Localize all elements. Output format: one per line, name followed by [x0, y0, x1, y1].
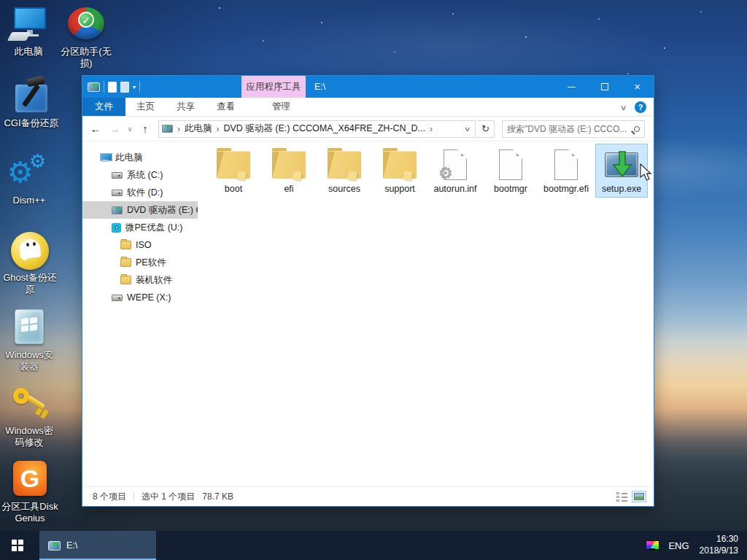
language-indicator[interactable]: ENG	[668, 540, 689, 551]
details-view-icon[interactable]	[616, 492, 627, 502]
desktop-icon-windows-installer[interactable]: Windows安装器	[3, 308, 55, 373]
file-bootmgr-efi[interactable]: bootmgr.efi	[540, 144, 592, 198]
nav-drive-u[interactable]: 微PE优盘 (U:)	[82, 219, 198, 236]
start-button[interactable]	[0, 531, 35, 560]
desktop-icon-label: Ghost备份还原	[3, 272, 57, 296]
large-icons-view-icon[interactable]	[632, 491, 646, 502]
document-icon	[499, 149, 522, 180]
history-dropdown-icon[interactable]: ∨	[125, 120, 135, 138]
new-folder-icon[interactable]	[108, 82, 117, 93]
windows-installer-icon	[11, 308, 47, 347]
gear-icon: ⚙	[438, 166, 453, 182]
file-list[interactable]: boot efi sources support ⚙ autorun.inf	[198, 141, 654, 486]
nav-this-pc[interactable]: 此电脑	[82, 149, 198, 166]
key-icon	[9, 385, 50, 423]
file-name: bootmgr	[487, 183, 535, 195]
nav-label: DVD 驱动器 (E:) CC	[127, 204, 198, 217]
setup-exe-icon	[605, 152, 638, 177]
green-arrow-icon	[613, 150, 632, 179]
clock[interactable]: 16:30 2018/9/13	[700, 534, 738, 556]
desktop-icon-label: Windows密码修改	[3, 425, 55, 449]
breadcrumb-drive[interactable]: DVD 驱动器 (E:) CCCOMA_X64FRE_ZH-CN_D...	[224, 122, 425, 135]
nav-folder-pe[interactable]: PE软件	[82, 254, 198, 271]
forward-button[interactable]: →	[106, 120, 123, 138]
search-icon	[634, 126, 640, 132]
window-title: E:\	[314, 76, 325, 98]
computer-icon	[100, 153, 111, 162]
desktop-icon-cgi-backup[interactable]: CGI备份还原	[1, 76, 61, 129]
tab-share[interactable]: 共享	[166, 98, 206, 116]
back-button[interactable]: ←	[87, 120, 104, 138]
file-name: autorun.inf	[431, 183, 479, 195]
breadcrumb-separator: ›	[175, 124, 182, 134]
file-name: boot	[209, 183, 258, 195]
title-bar[interactable]: ▾ 应用程序工具 E:\ ×	[82, 76, 654, 98]
properties-icon[interactable]	[120, 82, 129, 93]
explorer-window: ▾ 应用程序工具 E:\ × 文件 主页 共享 查看 管理 ∨ ? ← → ∨ …	[82, 75, 654, 507]
folder-icon	[120, 258, 131, 267]
search-box[interactable]	[502, 120, 645, 138]
file-sources[interactable]: sources	[318, 144, 371, 198]
nav-drive-d[interactable]: 软件 (D:)	[82, 184, 198, 201]
wallpaper-stars	[219, 7, 220, 9]
minimize-button[interactable]	[555, 76, 588, 98]
address-dropdown-icon[interactable]: ∨	[464, 125, 473, 133]
nav-folder-iso[interactable]: ISO	[82, 236, 198, 254]
desktop-icon-label: 分区助手(无损)	[60, 46, 112, 70]
file-boot[interactable]: boot	[207, 144, 260, 198]
folder-icon	[383, 151, 417, 179]
up-button[interactable]: ↑	[136, 120, 154, 138]
breadcrumb-separator: ›	[214, 124, 222, 134]
app-icon[interactable]	[88, 82, 100, 92]
desktop-icon-dism[interactable]: ⚙⚙ Dism++	[7, 156, 51, 206]
tab-home[interactable]: 主页	[125, 98, 166, 116]
document-icon	[554, 149, 578, 180]
divider	[104, 81, 104, 93]
nav-label: 装机软件	[136, 274, 172, 287]
nav-drive-x[interactable]: WEPE (X:)	[82, 289, 198, 306]
disk-icon	[112, 190, 123, 196]
close-button[interactable]: ×	[621, 76, 654, 98]
desktop-icon-ghost-backup[interactable]: Ghost备份还原	[3, 232, 57, 296]
search-input[interactable]	[507, 124, 634, 134]
setup-exe-icon	[48, 541, 61, 551]
selection-size: 78.7 KB	[202, 491, 233, 502]
folder-icon	[120, 276, 131, 284]
taskbar-item-explorer[interactable]: E:\	[39, 531, 156, 560]
expand-ribbon-icon[interactable]: ∨	[619, 104, 627, 112]
nav-drive-c[interactable]: 系统 (C:)	[82, 166, 198, 184]
qat-dropdown-icon[interactable]: ▾	[133, 84, 136, 90]
input-method-icon[interactable]	[646, 540, 658, 551]
folder-icon	[120, 241, 131, 249]
address-bar: ← → ∨ ↑ › 此电脑 › DVD 驱动器 (E:) CCCOMA_X64F…	[82, 117, 654, 141]
nav-folder-installer[interactable]: 装机软件	[82, 271, 198, 289]
desktop-icon-this-pc[interactable]: 此电脑	[4, 6, 53, 58]
mouse-cursor	[639, 163, 654, 182]
taskbar: E:\ ENG 16:30 2018/9/13	[0, 531, 747, 560]
desktop-icon-windows-password[interactable]: Windows密码修改	[3, 385, 55, 449]
nav-label: PE软件	[136, 257, 166, 269]
status-bar: 8 个项目 选中 1 个项目 78.7 KB	[82, 486, 654, 506]
nav-label: ISO	[136, 240, 152, 250]
tab-view[interactable]: 查看	[206, 98, 246, 116]
maximize-button[interactable]	[588, 76, 621, 98]
breadcrumb-separator: ›	[427, 124, 435, 134]
caption-buttons: ×	[555, 76, 654, 98]
desktop-icon-diskgenius[interactable]: G 分区工具DiskGenius	[0, 459, 60, 525]
file-support[interactable]: support	[374, 144, 426, 198]
disk-icon	[112, 295, 123, 301]
time: 16:30	[700, 534, 738, 545]
navigation-pane: 此电脑 系统 (C:) 软件 (D:) DVD 驱动器 (E:) CC 微PE优…	[82, 141, 198, 486]
breadcrumb-this-pc[interactable]: 此电脑	[185, 122, 212, 135]
file-autorun[interactable]: ⚙ autorun.inf	[429, 144, 481, 198]
file-efi[interactable]: efi	[263, 144, 315, 198]
breadcrumb[interactable]: › 此电脑 › DVD 驱动器 (E:) CCCOMA_X64FRE_ZH-CN…	[158, 120, 476, 138]
tab-file[interactable]: 文件	[82, 98, 125, 116]
tab-manage[interactable]: 管理	[256, 98, 306, 116]
file-bootmgr[interactable]: bootmgr	[484, 144, 537, 198]
help-icon[interactable]: ?	[635, 101, 646, 113]
nav-drive-e-selected[interactable]: DVD 驱动器 (E:) CC	[82, 201, 198, 219]
refresh-button[interactable]: ↻	[477, 120, 495, 138]
desktop-icon-partition-assistant[interactable]: ✓ 分区助手(无损)	[60, 7, 112, 70]
nav-label: WEPE (X:)	[127, 292, 171, 303]
